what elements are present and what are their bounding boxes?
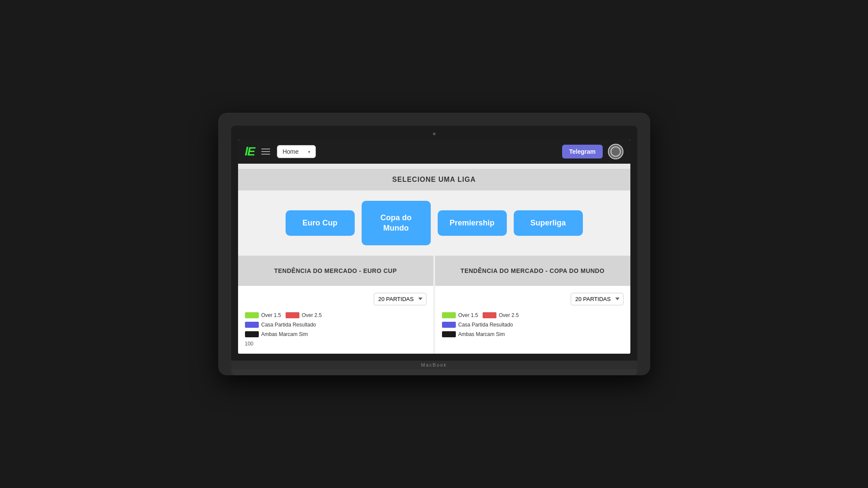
copa-legend-row-2: Casa Partida Resultado bbox=[442, 322, 623, 328]
casa-label: Casa Partida Resultado bbox=[261, 322, 316, 328]
copa-casa-label: Casa Partida Resultado bbox=[458, 322, 513, 328]
copa-do-mundo-market-panel: TENDÊNCIA DO MERCADO - COPA DO MUNDO 10 … bbox=[435, 256, 630, 354]
copa-over25-label: Over 2.5 bbox=[499, 312, 519, 318]
copa-partidas-select[interactable]: 10 PARTIDAS 20 PARTIDAS 30 PARTIDAS bbox=[571, 293, 623, 305]
copa-do-mundo-market-header: TENDÊNCIA DO MERCADO - COPA DO MUNDO bbox=[435, 256, 630, 286]
laptop-container: lE Home ▾ Telegram SELECIONE UMA LIGA Eu… bbox=[218, 113, 650, 375]
copa-over15-legend: Over 1.5 bbox=[442, 312, 478, 318]
copa-casa-legend: Casa Partida Resultado bbox=[442, 322, 513, 328]
copa-over25-swatch bbox=[483, 312, 496, 318]
superliga-button[interactable]: Superliga bbox=[514, 210, 583, 236]
euro-cup-market-panel: TENDÊNCIA DO MERCADO - EURO CUP 10 PARTI… bbox=[238, 256, 433, 354]
premiership-button[interactable]: Premiership bbox=[438, 210, 507, 236]
laptop-screen: lE Home ▾ Telegram SELECIONE UMA LIGA Eu… bbox=[238, 139, 630, 354]
euro-cup-button[interactable]: Euro Cup bbox=[286, 210, 355, 236]
euro-cup-ambas-legend: Ambas Marcam Sim bbox=[245, 331, 308, 337]
over25-label: Over 2.5 bbox=[302, 312, 322, 318]
euro-cup-over25-legend: Over 2.5 bbox=[286, 312, 322, 318]
user-avatar[interactable] bbox=[608, 144, 623, 159]
euro-cup-legend-row-3: Ambas Marcam Sim bbox=[245, 331, 426, 337]
telegram-button[interactable]: Telegram bbox=[562, 145, 602, 158]
copa-do-mundo-market-body: 10 PARTIDAS 20 PARTIDAS 30 PARTIDAS Over… bbox=[435, 286, 630, 348]
laptop-brand: MacBook bbox=[421, 362, 447, 368]
ambas-color-swatch bbox=[245, 331, 259, 337]
over15-label: Over 1.5 bbox=[261, 312, 281, 318]
euro-cup-legend-row-1: Over 1.5 Over 2.5 bbox=[245, 312, 426, 318]
copa-over25-legend: Over 2.5 bbox=[483, 312, 519, 318]
camera-dot bbox=[433, 133, 436, 135]
laptop-base: MacBook bbox=[231, 361, 637, 369]
copa-ambas-label: Ambas Marcam Sim bbox=[458, 331, 505, 337]
euro-cup-over15-legend: Over 1.5 bbox=[245, 312, 281, 318]
home-dropdown[interactable]: Home ▾ bbox=[277, 145, 316, 158]
over25-color-swatch bbox=[286, 312, 299, 318]
copa-ambas-swatch bbox=[442, 331, 456, 337]
copa-over15-swatch bbox=[442, 312, 456, 318]
euro-cup-market-body: 10 PARTIDAS 20 PARTIDAS 30 PARTIDAS Over… bbox=[238, 286, 433, 354]
copa-do-mundo-button[interactable]: Copa doMundo bbox=[362, 201, 431, 245]
euro-cup-casa-legend: Casa Partida Resultado bbox=[245, 322, 316, 328]
hamburger-menu[interactable] bbox=[260, 147, 272, 156]
copa-casa-swatch bbox=[442, 322, 456, 328]
copa-ambas-legend: Ambas Marcam Sim bbox=[442, 331, 505, 337]
over15-color-swatch bbox=[245, 312, 259, 318]
euro-cup-legend-row-2: Casa Partida Resultado bbox=[245, 322, 426, 328]
euro-cup-partidas-select[interactable]: 10 PARTIDAS 20 PARTIDAS 30 PARTIDAS bbox=[374, 293, 426, 305]
euro-cup-y-label: 100 bbox=[245, 341, 426, 347]
ambas-label: Ambas Marcam Sim bbox=[261, 331, 308, 337]
copa-legend-row-1: Over 1.5 Over 2.5 bbox=[442, 312, 623, 318]
navbar: lE Home ▾ Telegram bbox=[238, 139, 630, 164]
euro-cup-market-header: TENDÊNCIA DO MERCADO - EURO CUP bbox=[238, 256, 433, 286]
copa-legend-row-3: Ambas Marcam Sim bbox=[442, 331, 623, 337]
league-buttons-area: Euro Cup Copa doMundo Premiership Superl… bbox=[238, 190, 630, 256]
section-title: SELECIONE UMA LIGA bbox=[238, 169, 630, 190]
copa-over15-label: Over 1.5 bbox=[458, 312, 478, 318]
dropdown-arrow-icon: ▾ bbox=[308, 149, 310, 154]
home-dropdown-label: Home bbox=[283, 148, 299, 155]
laptop-stand bbox=[231, 369, 637, 375]
market-sections: TENDÊNCIA DO MERCADO - EURO CUP 10 PARTI… bbox=[238, 256, 630, 354]
top-strip bbox=[238, 164, 630, 169]
casa-color-swatch bbox=[245, 322, 259, 328]
logo: lE bbox=[245, 146, 254, 158]
screen-bezel: lE Home ▾ Telegram SELECIONE UMA LIGA Eu… bbox=[231, 126, 637, 361]
